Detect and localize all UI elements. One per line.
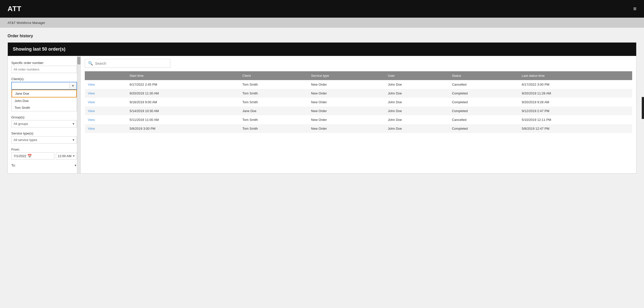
from-date-row: 7/1/2022 📅 12:00 AM ▼ [11,152,77,159]
to-label: To: ▼ [11,163,77,167]
cell-last-status_time: 9/12/2019 2:47 PM [519,107,632,115]
from-date-input[interactable]: 7/1/2022 📅 [11,152,54,159]
table-row: View5/8/2019 3:00 PMTom SmithNew OrderJo… [85,124,632,133]
from-label: From: [11,148,77,151]
scroll-thumb [77,57,80,64]
cell-last-status_time: 5/8/2019 12:47 PM [519,124,632,133]
client-dropdown-btn[interactable]: ▼ [69,83,76,89]
col-last-status-time: Last status time [519,71,632,80]
to-label-text: To: [11,163,16,167]
cell-start-time: 9/20/2019 11:30 AM [127,89,239,98]
client-dropdown-list: Jane Doe John Doe Tom Smith [11,90,77,111]
cell-client: Tom Smith [239,98,308,107]
card-body: Specific order number: Client(s): ▼ Jane… [8,56,636,173]
left-panel: Specific order number: Client(s): ▼ Jane… [8,56,81,173]
cell-service-type: New Order [308,107,385,115]
view-link[interactable]: View [85,124,127,133]
groups-select[interactable]: All groups [11,120,77,127]
cell-service-type: New Order [308,98,385,107]
cell-user: John Doe [385,124,449,133]
clients-label: Client(s): [11,77,77,81]
orders-table: Start time Client Service type User Stat… [85,71,632,133]
view-link[interactable]: View [85,80,127,89]
cell-user: John Doe [385,80,449,89]
col-client: Client [239,71,308,80]
calendar-icon[interactable]: 📅 [27,154,32,158]
service-type-select[interactable]: All service types [11,136,77,144]
groups-section: Group(s): All groups ▼ [8,113,80,129]
order-number-label: Specific order number: [11,61,77,65]
view-link[interactable]: View [85,98,127,107]
from-section: From: 7/1/2022 📅 12:00 AM ▼ [8,146,80,161]
right-panel: 🔍 Start time Client Service type User St… [81,56,636,173]
cell-status: Completed [449,89,519,98]
client-option-tom-smith[interactable]: Tom Smith [12,104,77,111]
client-search-input[interactable] [12,82,69,89]
cell-service-type: New Order [308,124,385,133]
service-type-dropdown-wrapper: All service types ▼ [11,136,77,144]
table-header: Start time Client Service type User Stat… [85,71,632,80]
cell-user: John Doe [385,107,449,115]
cell-status: Cancelled [449,115,519,124]
cell-start-time: 5/11/2019 11:00 AM [127,115,239,124]
cell-start-time: 6/17/2022 2:45 PM [127,80,239,89]
table-header-row: Start time Client Service type User Stat… [85,71,632,80]
cell-user: John Doe [385,115,449,124]
app-logo: ATT [8,5,21,13]
col-service-type: Service type [308,71,385,80]
left-panel-scrollbar[interactable] [77,56,80,173]
client-option-jane-doe[interactable]: Jane Doe [12,90,77,97]
cell-service-type: New Order [308,80,385,89]
cell-client: Tom Smith [239,115,308,124]
table-row: View5/11/2019 11:00 AMTom SmithNew Order… [85,115,632,124]
cell-client: Jane Doe [239,107,308,115]
to-dropdown-arrow[interactable]: ▼ [74,164,77,167]
cell-last-status_time: 9/20/2019 9:28 AM [519,98,632,107]
cell-client: Tom Smith [239,89,308,98]
col-start-time: Start time [127,71,239,80]
search-input[interactable] [95,61,167,65]
col-status: Status [449,71,519,80]
card-header: Showing last 50 order(s) [8,43,636,56]
view-link[interactable]: View [85,115,127,124]
cell-last-status_time: 9/20/2019 11:28 AM [519,89,632,98]
col-action [85,71,127,80]
order-number-section: Specific order number: [8,59,80,75]
col-user: User [385,71,449,80]
menu-icon[interactable]: ≡ [633,6,636,12]
cell-status: Cancelled [449,80,519,89]
table-row: View9/18/2019 9:00 AMTom SmithNew OrderJ… [85,98,632,107]
cell-user: John Doe [385,98,449,107]
from-time-value: 12:00 AM [58,154,71,158]
app-header: ATT ≡ [0,0,644,18]
cell-service-type: New Order [308,115,385,124]
groups-dropdown-wrapper: All groups ▼ [11,120,77,127]
cell-user: John Doe [385,89,449,98]
page-title: Order history [8,34,636,38]
table-row: View9/20/2019 11:30 AMTom SmithNew Order… [85,89,632,98]
cell-client: Tom Smith [239,124,308,133]
cell-start-time: 5/14/2019 10:30 AM [127,107,239,115]
cell-last-status_time: 6/17/2022 3:00 PM [519,80,632,89]
search-icon: 🔍 [88,61,93,66]
cell-status: Completed [449,124,519,133]
view-link[interactable]: View [85,89,127,98]
to-section: To: ▼ [8,161,80,170]
table-row: View6/17/2022 2:45 PMTom SmithNew OrderJ… [85,80,632,89]
page-content: Order history Showing last 50 order(s) S… [0,28,644,180]
clients-section: Client(s): ▼ Jane Doe John Doe Tom Smith [8,75,80,113]
cell-status: Completed [449,107,519,115]
side-tab[interactable]: ← Show [642,97,644,119]
cell-start-time: 5/8/2019 3:00 PM [127,124,239,133]
client-input-wrapper: ▼ [11,82,77,90]
view-link[interactable]: View [85,107,127,115]
orders-tbody: View6/17/2022 2:45 PMTom SmithNew OrderJ… [85,80,632,133]
main-card: Showing last 50 order(s) Specific order … [8,42,636,174]
cell-last-status_time: 5/10/2019 12:11 PM [519,115,632,124]
from-time-select[interactable]: 12:00 AM ▼ [56,153,77,159]
client-option-john-doe[interactable]: John Doe [12,97,77,104]
cell-client: Tom Smith [239,80,308,89]
time-dropdown-arrow: ▼ [72,154,75,157]
order-number-input[interactable] [11,66,77,73]
search-bar: 🔍 [85,59,170,68]
